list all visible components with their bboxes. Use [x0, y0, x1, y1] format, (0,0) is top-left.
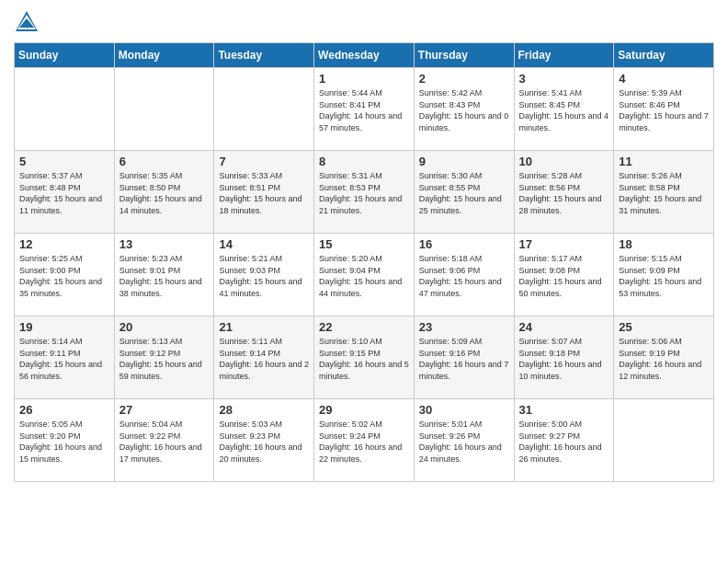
day-number: 28	[219, 403, 309, 417]
calendar-cell: 21Sunrise: 5:11 AMSunset: 9:14 PMDayligh…	[214, 316, 314, 399]
calendar-cell: 18Sunrise: 5:15 AMSunset: 9:09 PMDayligh…	[614, 234, 714, 316]
day-info: Sunrise: 5:00 AMSunset: 9:27 PMDaylight:…	[519, 419, 609, 465]
calendar-cell: 6Sunrise: 5:35 AMSunset: 8:50 PMDaylight…	[114, 151, 214, 234]
calendar-cell: 23Sunrise: 5:09 AMSunset: 9:16 PMDayligh…	[414, 316, 514, 399]
day-info: Sunrise: 5:01 AMSunset: 9:26 PMDaylight:…	[419, 419, 509, 465]
day-number: 24	[519, 320, 609, 334]
day-number: 29	[319, 403, 409, 417]
day-info: Sunrise: 5:23 AMSunset: 9:01 PMDaylight:…	[119, 253, 210, 299]
day-number: 13	[119, 237, 210, 251]
logo	[14, 9, 41, 35]
day-info: Sunrise: 5:10 AMSunset: 9:15 PMDaylight:…	[319, 336, 409, 382]
day-number: 23	[419, 320, 509, 334]
day-number: 4	[619, 72, 709, 86]
calendar-cell: 28Sunrise: 5:03 AMSunset: 9:23 PMDayligh…	[214, 399, 314, 482]
day-info: Sunrise: 5:20 AMSunset: 9:04 PMDaylight:…	[319, 253, 409, 299]
day-info: Sunrise: 5:42 AMSunset: 8:43 PMDaylight:…	[419, 87, 509, 133]
calendar-cell: 2Sunrise: 5:42 AMSunset: 8:43 PMDaylight…	[414, 68, 514, 151]
calendar-cell: 1Sunrise: 5:44 AMSunset: 8:41 PMDaylight…	[314, 68, 415, 151]
calendar-cell: 12Sunrise: 5:25 AMSunset: 9:00 PMDayligh…	[15, 234, 115, 316]
day-number: 14	[219, 237, 309, 251]
week-row-3: 12Sunrise: 5:25 AMSunset: 9:00 PMDayligh…	[15, 234, 714, 316]
day-header-sunday: Sunday	[15, 43, 115, 68]
header	[14, 9, 714, 35]
day-header-wednesday: Wednesday	[314, 43, 415, 68]
calendar-cell: 14Sunrise: 5:21 AMSunset: 9:03 PMDayligh…	[214, 234, 314, 316]
logo-icon	[14, 9, 40, 35]
day-number: 17	[519, 237, 609, 251]
day-info: Sunrise: 5:25 AMSunset: 9:00 PMDaylight:…	[19, 253, 109, 299]
calendar-cell	[114, 68, 214, 151]
day-info: Sunrise: 5:07 AMSunset: 9:18 PMDaylight:…	[519, 336, 609, 382]
day-number: 12	[19, 237, 109, 251]
day-number: 22	[319, 320, 409, 334]
week-row-1: 1Sunrise: 5:44 AMSunset: 8:41 PMDaylight…	[15, 68, 714, 151]
day-number: 1	[319, 72, 409, 86]
calendar-header-row: SundayMondayTuesdayWednesdayThursdayFrid…	[15, 43, 714, 68]
calendar-cell: 10Sunrise: 5:28 AMSunset: 8:56 PMDayligh…	[514, 151, 614, 234]
day-info: Sunrise: 5:05 AMSunset: 9:20 PMDaylight:…	[19, 419, 109, 465]
calendar-cell: 26Sunrise: 5:05 AMSunset: 9:20 PMDayligh…	[15, 399, 115, 482]
calendar-cell: 8Sunrise: 5:31 AMSunset: 8:53 PMDaylight…	[314, 151, 415, 234]
calendar-cell: 13Sunrise: 5:23 AMSunset: 9:01 PMDayligh…	[114, 234, 214, 316]
day-info: Sunrise: 5:37 AMSunset: 8:48 PMDaylight:…	[19, 170, 109, 216]
calendar-cell: 20Sunrise: 5:13 AMSunset: 9:12 PMDayligh…	[114, 316, 214, 399]
day-info: Sunrise: 5:17 AMSunset: 9:08 PMDaylight:…	[519, 253, 609, 299]
week-row-4: 19Sunrise: 5:14 AMSunset: 9:11 PMDayligh…	[15, 316, 714, 399]
calendar-cell	[614, 399, 714, 482]
calendar-cell: 22Sunrise: 5:10 AMSunset: 9:15 PMDayligh…	[314, 316, 415, 399]
day-info: Sunrise: 5:04 AMSunset: 9:22 PMDaylight:…	[119, 419, 210, 465]
day-number: 30	[419, 403, 509, 417]
day-info: Sunrise: 5:18 AMSunset: 9:06 PMDaylight:…	[419, 253, 509, 299]
day-number: 7	[219, 155, 309, 168]
day-info: Sunrise: 5:31 AMSunset: 8:53 PMDaylight:…	[319, 170, 409, 216]
day-header-saturday: Saturday	[614, 43, 714, 68]
day-info: Sunrise: 5:14 AMSunset: 9:11 PMDaylight:…	[19, 336, 109, 382]
calendar-cell: 11Sunrise: 5:26 AMSunset: 8:58 PMDayligh…	[614, 151, 714, 234]
day-info: Sunrise: 5:03 AMSunset: 9:23 PMDaylight:…	[219, 419, 309, 465]
day-info: Sunrise: 5:26 AMSunset: 8:58 PMDaylight:…	[619, 170, 709, 216]
day-info: Sunrise: 5:41 AMSunset: 8:45 PMDaylight:…	[519, 87, 609, 133]
day-number: 3	[519, 72, 609, 86]
day-number: 20	[119, 320, 210, 334]
calendar-cell: 5Sunrise: 5:37 AMSunset: 8:48 PMDaylight…	[15, 151, 115, 234]
calendar-cell: 9Sunrise: 5:30 AMSunset: 8:55 PMDaylight…	[414, 151, 514, 234]
day-number: 27	[119, 403, 210, 417]
day-header-monday: Monday	[114, 43, 214, 68]
day-number: 11	[619, 155, 709, 168]
calendar-cell: 7Sunrise: 5:33 AMSunset: 8:51 PMDaylight…	[214, 151, 314, 234]
calendar-cell: 19Sunrise: 5:14 AMSunset: 9:11 PMDayligh…	[15, 316, 115, 399]
calendar-cell: 17Sunrise: 5:17 AMSunset: 9:08 PMDayligh…	[514, 234, 614, 316]
calendar-cell: 4Sunrise: 5:39 AMSunset: 8:46 PMDaylight…	[614, 68, 714, 151]
day-info: Sunrise: 5:39 AMSunset: 8:46 PMDaylight:…	[619, 87, 709, 133]
calendar-cell: 15Sunrise: 5:20 AMSunset: 9:04 PMDayligh…	[314, 234, 415, 316]
day-number: 26	[19, 403, 109, 417]
calendar-cell	[15, 68, 115, 151]
day-number: 16	[419, 237, 509, 251]
day-header-friday: Friday	[514, 43, 614, 68]
week-row-2: 5Sunrise: 5:37 AMSunset: 8:48 PMDaylight…	[15, 151, 714, 234]
day-info: Sunrise: 5:02 AMSunset: 9:24 PMDaylight:…	[319, 419, 409, 465]
week-row-5: 26Sunrise: 5:05 AMSunset: 9:20 PMDayligh…	[15, 399, 714, 482]
day-number: 9	[419, 155, 509, 168]
calendar-cell: 27Sunrise: 5:04 AMSunset: 9:22 PMDayligh…	[114, 399, 214, 482]
day-info: Sunrise: 5:11 AMSunset: 9:14 PMDaylight:…	[219, 336, 309, 382]
calendar-cell: 3Sunrise: 5:41 AMSunset: 8:45 PMDaylight…	[514, 68, 614, 151]
day-info: Sunrise: 5:09 AMSunset: 9:16 PMDaylight:…	[419, 336, 509, 382]
day-info: Sunrise: 5:44 AMSunset: 8:41 PMDaylight:…	[319, 87, 409, 133]
day-info: Sunrise: 5:13 AMSunset: 9:12 PMDaylight:…	[119, 336, 210, 382]
day-number: 18	[619, 237, 709, 251]
calendar-cell: 29Sunrise: 5:02 AMSunset: 9:24 PMDayligh…	[314, 399, 415, 482]
day-number: 6	[119, 155, 210, 168]
day-number: 21	[219, 320, 309, 334]
calendar-cell: 24Sunrise: 5:07 AMSunset: 9:18 PMDayligh…	[514, 316, 614, 399]
day-header-thursday: Thursday	[414, 43, 514, 68]
day-number: 10	[519, 155, 609, 168]
day-number: 8	[319, 155, 409, 168]
day-number: 25	[619, 320, 709, 334]
day-number: 5	[19, 155, 109, 168]
day-info: Sunrise: 5:30 AMSunset: 8:55 PMDaylight:…	[419, 170, 509, 216]
day-info: Sunrise: 5:06 AMSunset: 9:19 PMDaylight:…	[619, 336, 709, 382]
day-number: 2	[419, 72, 509, 86]
calendar-table: SundayMondayTuesdayWednesdayThursdayFrid…	[14, 42, 714, 482]
